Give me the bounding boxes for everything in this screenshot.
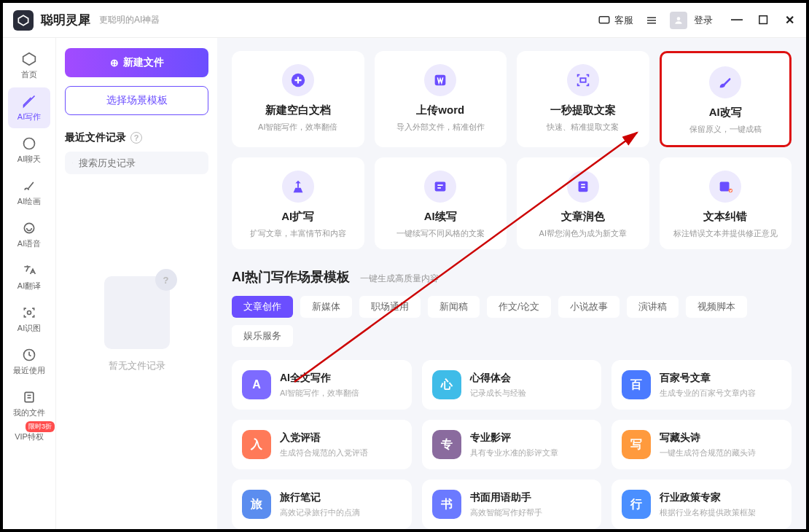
tab-7[interactable]: 视频脚本 — [686, 296, 747, 318]
template-title: AI全文写作 — [280, 372, 359, 385]
tab-6[interactable]: 演讲稿 — [627, 296, 679, 318]
sidebar-item-vip[interactable]: 限时3折 VIP特权 — [8, 426, 50, 448]
sidebar-item-voice[interactable]: AI语音 — [8, 214, 50, 255]
feature-icon — [709, 171, 741, 203]
template-title: 心得体会 — [470, 372, 526, 385]
menu-button[interactable] — [639, 11, 664, 30]
template-title: 专业影评 — [470, 431, 558, 445]
template-card-7[interactable]: 书 书面用语助手 高效智能写作好帮手 — [422, 480, 602, 529]
feature-desc: AI智能写作，效率翻倍 — [258, 122, 337, 133]
feature-title: 上传word — [416, 103, 464, 117]
template-card-5[interactable]: 写 写藏头诗 一键生成符合规范的藏头诗 — [611, 420, 792, 469]
template-title: 行业政策专家 — [660, 491, 756, 504]
template-desc: 具有专业水准的影评文章 — [470, 447, 558, 458]
tab-0[interactable]: 文章创作 — [232, 296, 293, 318]
sidebar-item-files[interactable]: 我的文件 — [8, 383, 50, 424]
sidebar-item-writing[interactable]: AI写作 — [8, 87, 50, 128]
template-icon: 百 — [622, 370, 651, 399]
sidebar-item-chat[interactable]: AI聊天 — [8, 130, 50, 171]
feature-card-6[interactable]: 文章润色 AI帮您润色为成为新文章 — [517, 157, 649, 249]
template-desc: 一键生成符合规范的藏头诗 — [660, 447, 756, 458]
template-icon: A — [242, 370, 271, 399]
template-card-3[interactable]: 入 入党评语 生成符合规范的入党评语 — [232, 420, 412, 469]
plus-icon: ⊕ — [110, 57, 119, 69]
template-icon: 心 — [432, 370, 461, 399]
template-title: 写藏头诗 — [660, 431, 756, 445]
tab-2[interactable]: 职场通用 — [359, 296, 421, 318]
clock-icon — [21, 347, 37, 363]
search-input-wrapper[interactable] — [65, 152, 208, 174]
help-icon[interactable]: ? — [130, 132, 142, 144]
search-input[interactable] — [79, 157, 201, 168]
close-button[interactable]: ✕ — [783, 13, 796, 27]
svg-point-12 — [72, 163, 73, 163]
template-desc: 高效智能写作好帮手 — [470, 507, 542, 518]
feature-card-0[interactable]: 新建空白文档 AI智能写作，效率翻倍 — [232, 51, 364, 147]
feature-icon — [567, 171, 599, 203]
main-content: 新建空白文档 AI智能写作，效率翻倍 上传word 导入外部文件，精准创作 一秒… — [217, 38, 806, 529]
sidebar-item-image[interactable]: AI识图 — [8, 299, 50, 340]
feature-card-4[interactable]: AI扩写 扩写文章，丰富情节和内容 — [232, 157, 364, 249]
feature-desc: 导入外部文件，精准创作 — [396, 122, 485, 133]
svg-point-6 — [24, 223, 34, 232]
sidebar-item-recent[interactable]: 最近使用 — [8, 341, 50, 382]
tab-1[interactable]: 新媒体 — [300, 296, 352, 318]
feature-icon — [424, 64, 456, 96]
feature-title: AI续写 — [424, 210, 457, 224]
new-file-button[interactable]: ⊕ 新建文件 — [65, 48, 208, 77]
template-title: 百家号文章 — [660, 372, 756, 385]
feature-card-5[interactable]: AI续写 一键续写不同风格的文案 — [375, 157, 507, 249]
template-card-4[interactable]: 专 专业影评 具有专业水准的影评文章 — [422, 420, 602, 469]
feature-card-2[interactable]: 一秒提取文案 快速、精准提取文案 — [517, 51, 649, 147]
template-card-8[interactable]: 行 行业政策专家 根据行业名称提供政策框架 — [611, 480, 792, 529]
support-button[interactable]: 客服 — [592, 11, 639, 30]
template-desc: 生成专业的百家号文章内容 — [660, 388, 756, 399]
feature-desc: AI帮您润色为成为新文章 — [539, 228, 627, 239]
sidebar-item-draw[interactable]: AI绘画 — [8, 172, 50, 213]
template-desc: 生成符合规范的入党评语 — [280, 447, 368, 458]
svg-rect-16 — [580, 78, 585, 82]
feature-title: 文本纠错 — [703, 210, 747, 224]
feature-desc: 保留原义，一键成稿 — [689, 124, 762, 135]
template-title: 书面用语助手 — [470, 491, 542, 504]
tab-4[interactable]: 作文/论文 — [487, 296, 551, 318]
empty-state: 暂无文件记录 — [65, 276, 208, 372]
template-card-2[interactable]: 百 百家号文章 生成专业的百家号文章内容 — [611, 360, 792, 410]
template-icon: 写 — [622, 430, 651, 459]
feature-desc: 扩写文章，丰富情节和内容 — [250, 228, 346, 239]
sidebar-item-home[interactable]: 首页 — [8, 45, 50, 86]
maximize-button[interactable]: ☐ — [757, 13, 770, 27]
feature-icon — [424, 171, 456, 203]
feature-card-3[interactable]: AI改写 保留原义，一键成稿 — [660, 51, 792, 147]
template-icon: 专 — [432, 430, 461, 459]
template-card-0[interactable]: A AI全文写作 AI智能写作，效率翻倍 — [232, 360, 412, 410]
template-icon: 旅 — [242, 490, 271, 519]
template-icon: 书 — [432, 490, 461, 519]
feature-icon — [709, 66, 741, 98]
sidebar-item-translate[interactable]: AI翻译 — [8, 257, 50, 297]
tab-3[interactable]: 新闻稿 — [428, 296, 480, 318]
template-desc: AI智能写作，效率翻倍 — [280, 388, 359, 399]
template-card-1[interactable]: 心 心得体会 记录成长与经验 — [422, 360, 602, 410]
minimize-button[interactable]: — — [730, 13, 743, 27]
tab-5[interactable]: 小说故事 — [558, 296, 620, 318]
feature-card-7[interactable]: 文本纠错 标注错误文本并提供修正意见 — [660, 157, 792, 249]
template-desc: 高效记录旅行中的点滴 — [280, 507, 360, 518]
chat-icon — [598, 14, 611, 27]
login-button[interactable]: 登录 — [664, 9, 719, 32]
template-title: 入党评语 — [280, 431, 368, 445]
title-bar: 聪明灵犀 更聪明的AI神器 客服 登录 — ☐ ✕ — [3, 3, 806, 38]
translate-icon — [21, 262, 37, 278]
svg-rect-17 — [435, 182, 446, 192]
select-template-button[interactable]: 选择场景模板 — [65, 86, 208, 115]
template-card-6[interactable]: 旅 旅行笔记 高效记录旅行中的点滴 — [232, 480, 412, 529]
discount-badge: 限时3折 — [26, 421, 55, 432]
template-icon: 入 — [242, 430, 271, 459]
menu-icon — [645, 14, 658, 27]
feature-card-1[interactable]: 上传word 导入外部文件，精准创作 — [375, 51, 507, 147]
section-subtitle: 一键生成高质量内容 — [360, 273, 439, 285]
svg-rect-21 — [720, 182, 730, 192]
section-title: AI热门写作场景模板 一键生成高质量内容 — [232, 268, 792, 286]
tab-8[interactable]: 娱乐服务 — [232, 325, 293, 347]
voice-icon — [21, 220, 37, 236]
